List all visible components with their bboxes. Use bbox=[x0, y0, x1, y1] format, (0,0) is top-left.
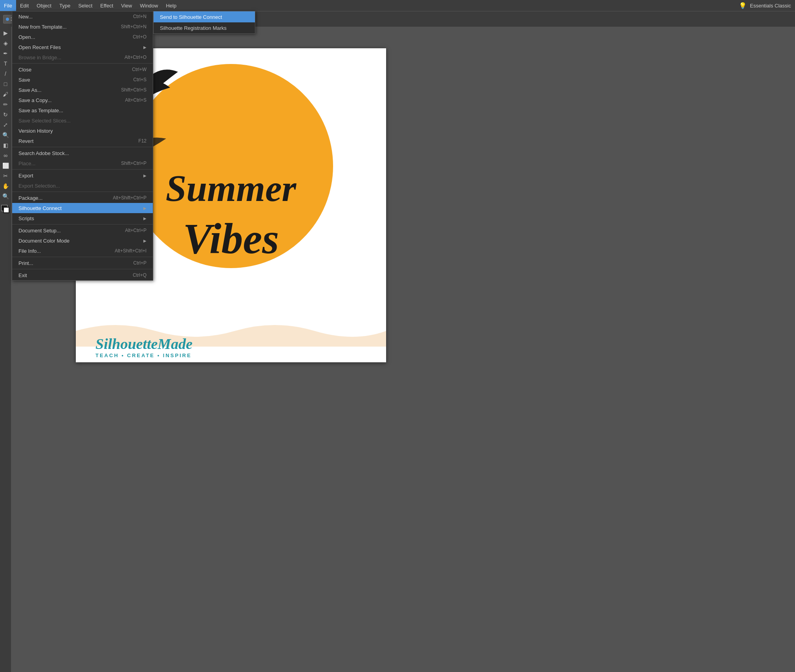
silhouette-arrow: ▶ bbox=[143, 206, 147, 210]
gradient-tool-btn[interactable]: ◧ bbox=[1, 141, 10, 150]
lightbulb-icon: 💡 bbox=[739, 2, 747, 9]
menu-sep-5 bbox=[12, 224, 153, 225]
menu-edit[interactable]: Edit bbox=[16, 0, 33, 11]
menu-version-history[interactable]: Version History bbox=[12, 126, 153, 136]
menu-file[interactable]: File bbox=[0, 0, 16, 11]
watermark: SilhouetteMade TEACH • CREATE • INSPIRE bbox=[95, 335, 192, 358]
scripts-arrow: ▶ bbox=[143, 216, 147, 221]
menu-help[interactable]: Help bbox=[162, 0, 180, 11]
menu-print[interactable]: Print... Ctrl+P bbox=[12, 258, 153, 268]
menu-object[interactable]: Object bbox=[33, 0, 55, 11]
submenu-send-to-silhouette[interactable]: Send to Silhouette Connect bbox=[154, 11, 255, 22]
menu-window[interactable]: Window bbox=[136, 0, 162, 11]
blend-tool-btn[interactable]: ∞ bbox=[1, 151, 10, 160]
menu-sep-3 bbox=[12, 169, 153, 170]
menu-document-color[interactable]: Document Color Mode ▶ bbox=[12, 236, 153, 246]
menu-browse[interactable]: Browse in Bridge... Alt+Ctrl+O bbox=[12, 52, 153, 62]
menu-revert[interactable]: Revert F12 bbox=[12, 136, 153, 146]
file-menu-dropdown: New... Ctrl+N New from Template... Shift… bbox=[12, 11, 153, 281]
eyedropper-tool-btn[interactable]: 🔍 bbox=[1, 130, 10, 140]
menu-effect[interactable]: Effect bbox=[96, 0, 117, 11]
menu-scripts[interactable]: Scripts ▶ bbox=[12, 213, 153, 223]
menu-open[interactable]: Open... Ctrl+O bbox=[12, 32, 153, 42]
menu-search-stock[interactable]: Search Adobe Stock... bbox=[12, 148, 153, 158]
menu-select[interactable]: Select bbox=[74, 0, 96, 11]
rotate-tool-btn[interactable]: ↻ bbox=[1, 110, 10, 119]
menu-save-copy[interactable]: Save a Copy... Alt+Ctrl+S bbox=[12, 95, 153, 105]
pen-tool-btn[interactable]: ✒ bbox=[1, 49, 10, 58]
menu-sep-6 bbox=[12, 257, 153, 257]
menu-new[interactable]: New... Ctrl+N bbox=[12, 11, 153, 22]
menu-export[interactable]: Export ▶ bbox=[12, 170, 153, 181]
menu-save-slices[interactable]: Save Selected Slices... bbox=[12, 115, 153, 126]
menu-export-selection[interactable]: Export Selection... bbox=[12, 181, 153, 191]
menu-save-template[interactable]: Save as Template... bbox=[12, 105, 153, 115]
menu-sep-7 bbox=[12, 269, 153, 269]
menu-package[interactable]: Package... Alt+Shift+Ctrl+P bbox=[12, 193, 153, 203]
fill-color-box[interactable] bbox=[1, 205, 10, 214]
menu-new-template[interactable]: New from Template... Shift+Ctrl+N bbox=[12, 22, 153, 32]
menu-view[interactable]: View bbox=[117, 0, 136, 11]
stroke-dot-icon bbox=[6, 18, 9, 21]
open-recent-arrow: ▶ bbox=[143, 45, 147, 49]
rect-tool-btn[interactable]: □ bbox=[1, 79, 10, 89]
menu-silhouette-connect[interactable]: Silhouette Connect ▶ bbox=[12, 203, 153, 213]
menu-exit[interactable]: Exit Ctrl+Q bbox=[12, 270, 153, 280]
menu-save-as[interactable]: Save As... Shift+Ctrl+S bbox=[12, 85, 153, 95]
silhouette-connect-submenu: Send to Silhouette Connect Silhouette Re… bbox=[153, 11, 255, 34]
hand-tool-btn[interactable]: ✋ bbox=[1, 181, 10, 191]
menu-place[interactable]: Place... Shift+Ctrl+P bbox=[12, 158, 153, 168]
menu-file-info[interactable]: File Info... Alt+Shift+Ctrl+I bbox=[12, 246, 153, 256]
menu-sep-4 bbox=[12, 192, 153, 192]
menu-open-recent[interactable]: Open Recent Files ▶ bbox=[12, 42, 153, 52]
doc-color-arrow: ▶ bbox=[143, 239, 147, 243]
menu-close[interactable]: Close Ctrl+W bbox=[12, 64, 153, 75]
submenu-registration-marks[interactable]: Silhouette Registration Marks bbox=[154, 22, 255, 33]
menu-document-setup[interactable]: Document Setup... Alt+Ctrl+P bbox=[12, 225, 153, 236]
selection-tool-btn[interactable]: ▶ bbox=[1, 28, 10, 38]
menu-sep-1 bbox=[12, 63, 153, 64]
direct-select-tool-btn[interactable]: ◈ bbox=[1, 38, 10, 48]
paintbrush-tool-btn[interactable]: 🖌 bbox=[1, 89, 10, 99]
line-tool-btn[interactable]: / bbox=[1, 69, 10, 79]
top-right-area: 💡 Essentials Classic bbox=[735, 0, 795, 11]
slice-tool-btn[interactable]: ✂ bbox=[1, 171, 10, 181]
zoom-tool-btn[interactable]: 🔍 bbox=[1, 192, 10, 201]
export-arrow: ▶ bbox=[143, 173, 147, 178]
menu-bar: File Edit Object Type Select Effect View… bbox=[0, 0, 795, 11]
workspace-label: Essentials Classic bbox=[750, 3, 791, 9]
menu-type[interactable]: Type bbox=[55, 0, 74, 11]
menu-save[interactable]: Save Ctrl+S bbox=[12, 75, 153, 85]
left-toolbar: ▶ ◈ ✒ T / □ 🖌 ✏ ↻ ⤢ 🔍 ◧ ∞ ⬜ ✂ ✋ 🔍 bbox=[0, 27, 11, 672]
pencil-tool-btn[interactable]: ✏ bbox=[1, 100, 10, 109]
menu-sep-2 bbox=[12, 147, 153, 147]
stroke-preview bbox=[3, 207, 9, 213]
scale-tool-btn[interactable]: ⤢ bbox=[1, 120, 10, 130]
artboard-tool-btn[interactable]: ⬜ bbox=[1, 161, 10, 170]
type-tool-btn[interactable]: T bbox=[1, 59, 10, 68]
